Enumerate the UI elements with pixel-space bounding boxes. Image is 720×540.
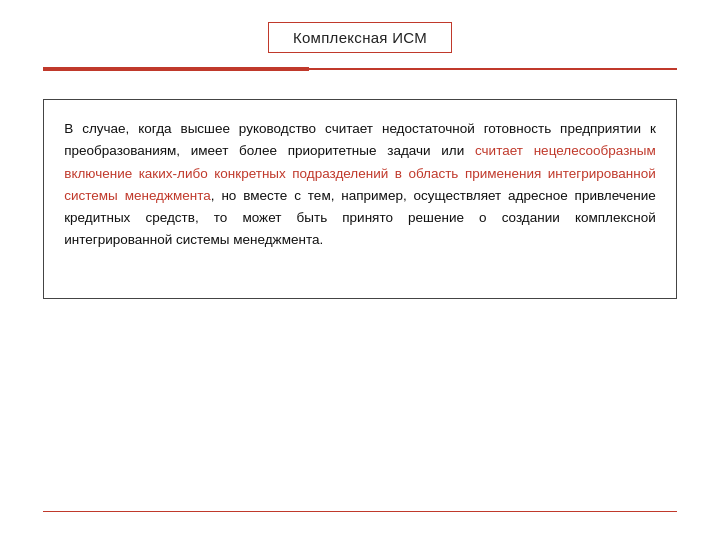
red-line-divider — [43, 67, 677, 71]
bottom-line — [43, 511, 677, 513]
title-box: Комплексная ИСМ — [268, 22, 452, 53]
red-line-thick — [43, 67, 309, 71]
bottom-line-divider — [43, 511, 677, 513]
red-line-thin — [309, 68, 676, 70]
main-paragraph: В случае, когда высшее руководство счита… — [64, 118, 656, 252]
content-box: В случае, когда высшее руководство счита… — [43, 99, 677, 299]
page-container: Комплексная ИСМ В случае, когда высшее р… — [0, 0, 720, 540]
title-text: Комплексная ИСМ — [293, 29, 427, 46]
